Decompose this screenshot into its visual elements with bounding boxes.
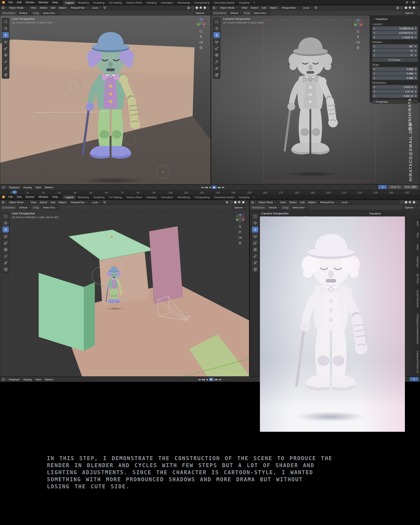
- next-keyframe-button[interactable]: ▶▶: [218, 186, 221, 189]
- axis-value[interactable]: -0.075473 m: [377, 31, 415, 34]
- menu-item[interactable]: Render: [24, 1, 37, 4]
- workspace-tab[interactable]: Layout: [63, 195, 76, 199]
- shading-material-icon[interactable]: [238, 201, 241, 204]
- orientation-select[interactable]: Default: [267, 206, 281, 209]
- tool-rotate[interactable]: [2, 233, 9, 239]
- zoom-icon[interactable]: [199, 30, 203, 33]
- menu-item[interactable]: Select: [38, 201, 49, 204]
- shading-material-icon[interactable]: [409, 6, 411, 9]
- axis-value[interactable]: 0.821 m: [377, 94, 415, 97]
- play-reverse-button[interactable]: ◀: [209, 186, 210, 189]
- lock-icon[interactable]: [415, 86, 417, 88]
- workspace-tab[interactable]: Shading: [144, 195, 159, 199]
- workspace-tab[interactable]: Geometry Nodes: [212, 195, 237, 199]
- axis-value[interactable]: 0.038876 m: [377, 27, 415, 30]
- tool-annotate[interactable]: [2, 253, 9, 259]
- orientation-select[interactable]: Default: [17, 11, 31, 15]
- transform-row[interactable]: Z1.0162 m: [372, 35, 418, 39]
- shading-rendered-icon[interactable]: [242, 201, 245, 204]
- tool-transform[interactable]: [2, 246, 9, 253]
- transform-row[interactable]: Y0.066: [372, 72, 418, 75]
- options-menu[interactable]: Options: [403, 206, 418, 209]
- transform-panel-header[interactable]: Transform: [372, 17, 418, 22]
- mode-select[interactable]: Object Mode: [7, 200, 28, 204]
- tool-annotate[interactable]: [214, 59, 220, 65]
- workspace-tab[interactable]: Modeling: [76, 195, 91, 199]
- menu-item[interactable]: Object: [268, 6, 279, 9]
- workspace-tab[interactable]: Layout: [63, 0, 76, 5]
- transform-orientation[interactable]: Local: [301, 6, 313, 10]
- menu-item[interactable]: View: [29, 201, 38, 204]
- drag-select[interactable]: Select Box: [290, 206, 309, 209]
- transform-row[interactable]: Y0°: [372, 49, 418, 53]
- tool-select-box[interactable]: [2, 19, 9, 25]
- scene-icon[interactable]: [405, 1, 409, 4]
- tool-measure[interactable]: [2, 260, 9, 266]
- editor-type-icon[interactable]: ▾: [251, 201, 255, 204]
- transform-orientation[interactable]: Local: [90, 6, 102, 10]
- tool-cursor[interactable]: [214, 25, 220, 31]
- ortho-toggle-icon[interactable]: [356, 46, 360, 49]
- workspace-tab[interactable]: UV Editing: [107, 195, 124, 199]
- options-menu[interactable]: Options: [403, 11, 418, 15]
- editor-type-icon[interactable]: ▾: [2, 186, 6, 189]
- tool-measure[interactable]: [214, 65, 220, 71]
- zoom-icon[interactable]: [238, 225, 242, 229]
- xray-icon[interactable]: [396, 6, 399, 9]
- workspace-tab[interactable]: Rendering: [175, 195, 192, 199]
- axis-value[interactable]: 90°: [377, 45, 415, 48]
- sidebar-tab[interactable]: PhotogrammetryImporter: [413, 311, 420, 347]
- prev-keyframe-button[interactable]: ◀◀: [205, 186, 208, 189]
- workspace-tab[interactable]: Texture Paint: [124, 0, 144, 5]
- add-workspace-button[interactable]: +: [252, 195, 257, 199]
- sidebar-tab[interactable]: CameraTracker v3: [413, 348, 420, 375]
- transform-row[interactable]: Z0°: [372, 53, 418, 57]
- tool-scale[interactable]: [2, 240, 9, 246]
- transform-row[interactable]: Y-0.075473 m: [372, 31, 418, 35]
- tool-add-cube[interactable]: [252, 266, 258, 272]
- add-workspace-button[interactable]: +: [252, 0, 257, 5]
- tool-rotate[interactable]: [214, 39, 220, 45]
- tool-move[interactable]: [2, 32, 9, 38]
- shading-material-icon[interactable]: [409, 201, 411, 204]
- next-keyframe-button[interactable]: ▶▶: [215, 378, 218, 381]
- shading-solid-icon[interactable]: [196, 6, 198, 9]
- axis-value[interactable]: 0.066: [377, 68, 415, 71]
- menu-item[interactable]: Object: [57, 201, 68, 204]
- zoom-icon[interactable]: [356, 30, 360, 33]
- workspace-tab[interactable]: Texture Paint: [124, 195, 144, 199]
- menu-item[interactable]: Add: [49, 201, 57, 204]
- play-button[interactable]: ▶: [209, 378, 214, 381]
- timeline-ruler[interactable]: 0102030405060708090100110120130140150160…: [0, 190, 420, 195]
- menu-item[interactable]: Render: [24, 195, 37, 198]
- shading-material-icon[interactable]: [199, 6, 202, 9]
- jump-to-end-button[interactable]: ▶|: [222, 186, 224, 189]
- pan-hand-icon[interactable]: [356, 35, 360, 39]
- menu-item[interactable]: Object: [306, 201, 317, 204]
- workspace-tab[interactable]: Shading: [144, 0, 159, 5]
- menu-item[interactable]: Keying: [21, 186, 33, 189]
- tool-annotate[interactable]: [2, 59, 9, 65]
- axis-value[interactable]: 0.066: [377, 72, 415, 75]
- menu-item[interactable]: Edit: [15, 1, 24, 4]
- lock-icon[interactable]: [415, 68, 417, 70]
- lock-icon[interactable]: [415, 27, 417, 30]
- axis-value[interactable]: 0.066: [377, 76, 415, 80]
- tool-move[interactable]: [252, 226, 258, 233]
- lock-icon[interactable]: [415, 95, 417, 97]
- jump-to-end-button[interactable]: ▶|: [219, 378, 221, 381]
- tool-cursor[interactable]: [252, 220, 258, 226]
- sidebar-tab[interactable]: Tool: [413, 230, 420, 240]
- tool-move[interactable]: [2, 226, 9, 233]
- viewport-3d-bottom-left[interactable]: User Perspective (3) Scene Collection | …: [0, 210, 249, 376]
- lock-icon[interactable]: [415, 32, 417, 34]
- sidebar-tab[interactable]: Item: [413, 218, 420, 229]
- transform-row[interactable]: X0.975 m: [372, 85, 418, 89]
- tool-add-cube[interactable]: [2, 266, 9, 272]
- workspace-tab[interactable]: Scripting: [237, 195, 252, 199]
- tool-cursor[interactable]: [2, 25, 9, 31]
- menu-item[interactable]: Add: [260, 6, 268, 9]
- lock-icon[interactable]: [415, 54, 417, 56]
- menu-item[interactable]: Add: [298, 201, 306, 204]
- workspace-tab[interactable]: Sculpting: [91, 0, 107, 5]
